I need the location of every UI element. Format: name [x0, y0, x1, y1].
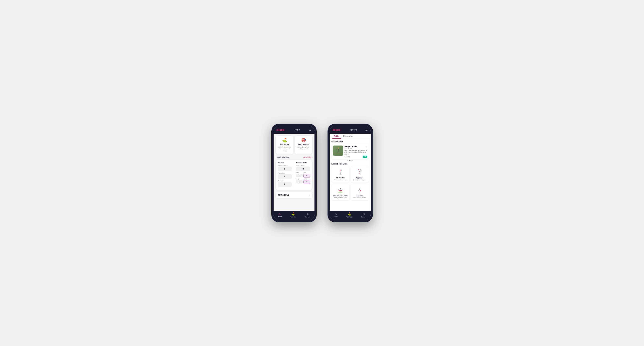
practice-tabs: Drills Favourites [330, 134, 370, 139]
wedge-ladder-card[interactable]: Wedge Ladder 50–100 yds ☆ Play 1 shot at… [332, 144, 369, 159]
approach-icon [356, 168, 364, 176]
skill-grid: Off The Tee Power and accuracy [332, 166, 369, 200]
home-nav-icon: ⌂ [279, 212, 281, 215]
home-nav: ⌂ Home ⛳ Activities ⊕ Capture [274, 211, 314, 220]
around-the-green-icon [336, 186, 344, 194]
svg-line-5 [336, 149, 337, 150]
nav-home[interactable]: ⌂ Home [275, 212, 285, 218]
home-nav-label: Home [278, 216, 282, 218]
add-practice-card[interactable]: 🎯 Add Practice Capture your practice off… [295, 136, 312, 154]
tournament-label: Tournament [278, 172, 292, 174]
nav-activities-p2[interactable]: ⛳ Activities [343, 212, 356, 218]
capture-nav-label-p2: Capture [361, 216, 366, 218]
drills-capture-value: 8 [296, 167, 310, 171]
ott-label: OTT [296, 172, 303, 173]
drill-yardage: 50–100 yds [344, 148, 357, 149]
nav-capture[interactable]: ⊕ Capture [302, 212, 313, 218]
svg-line-17 [359, 170, 360, 172]
drills-row-bottom: ARG 0 PUTT 4 [296, 178, 310, 184]
svg-point-38 [359, 188, 360, 188]
menu-icon-practice[interactable]: ☰ [365, 128, 368, 131]
nav-home-p2[interactable]: ⌂ Home [331, 212, 341, 218]
svg-point-37 [360, 190, 361, 191]
app-stat: APP 4 [304, 172, 310, 178]
putt-value: 4 [304, 180, 310, 184]
capture-nav-icon: ⊕ [306, 212, 309, 216]
off-the-tee-name: Off The Tee [336, 177, 345, 179]
phone-home: clippd Home ☰ ⛳ Add Round Record your sh… [272, 124, 317, 222]
practice-header: clippd Practice ☰ [330, 126, 370, 134]
svg-point-36 [358, 190, 359, 191]
svg-point-7 [338, 174, 342, 175]
svg-point-20 [358, 170, 359, 170]
skill-putting[interactable]: Putting Make and lag practice [351, 184, 369, 200]
quick-actions: ⛳ Add Round Record your shots in fast or… [276, 136, 312, 154]
practice-label: Practice [278, 180, 292, 182]
capture-nav-label: Capture [304, 216, 310, 218]
svg-point-27 [338, 189, 339, 190]
app-value: 4 [304, 174, 310, 178]
phone-practice: clippd Practice ☰ Drills Favourites Most… [328, 124, 373, 222]
skill-off-the-tee[interactable]: Off The Tee Power and accuracy [332, 166, 350, 182]
capture-nav-icon-p2: ⊕ [362, 212, 365, 216]
add-practice-desc: Capture your practice off-the-course [296, 146, 310, 150]
tab-favourites[interactable]: Favourites [341, 134, 356, 139]
drill-name: Wedge Ladder [344, 146, 357, 148]
golf-bag-row[interactable]: My Golf Bag › [276, 192, 312, 198]
svg-point-23 [338, 191, 342, 193]
activities-nav-label: Activities [290, 216, 296, 218]
drills-title: Practice Drills [296, 162, 310, 164]
activity-title: Last 3 Months [276, 156, 289, 158]
around-the-green-svg [337, 186, 344, 193]
drills-col: Practice Drills Drills Capture 8 OTT 0 A… [296, 162, 310, 188]
favourite-star-icon[interactable]: ☆ [365, 146, 367, 148]
most-popular-title: Most Popular [332, 141, 369, 143]
most-popular-section: Most Popular [332, 141, 369, 161]
arg-stat: ARG 0 [296, 178, 303, 184]
carousel-dots [332, 160, 369, 161]
rounds-title: Rounds [278, 162, 292, 164]
putting-svg [356, 186, 363, 193]
nav-activities[interactable]: ⛳ Activities [287, 212, 300, 218]
add-round-card[interactable]: ⛳ Add Round Record your shots in fast or… [276, 136, 293, 154]
svg-point-29 [342, 189, 343, 190]
svg-line-10 [340, 170, 340, 172]
home-nav-icon-p2: ⌂ [335, 212, 337, 215]
svg-point-9 [340, 172, 341, 173]
explore-title: Explore skill areas [332, 163, 369, 165]
svg-point-21 [360, 169, 361, 170]
view-activity-link[interactable]: View Activity [303, 156, 312, 158]
tab-drills[interactable]: Drills [332, 134, 341, 139]
logo-home: clippd [276, 128, 284, 131]
approach-svg [356, 169, 363, 176]
golf-bag-chevron: › [309, 194, 310, 196]
skill-around-the-green[interactable]: Around The Green Hone your short game [332, 184, 350, 200]
svg-line-6 [338, 149, 340, 150]
putt-label: PUTT [304, 178, 310, 180]
ott-value: 0 [296, 174, 303, 177]
svg-point-22 [362, 170, 362, 171]
nav-capture-p2[interactable]: ⊕ Capture [358, 212, 369, 218]
drill-info: Wedge Ladder 50–100 yds ☆ Play 1 shot at… [344, 146, 367, 158]
svg-point-13 [340, 170, 341, 171]
arg-value: 0 [296, 180, 303, 183]
practice-title: Practice [349, 129, 357, 131]
practice-value: 0 [278, 182, 292, 187]
putt-stat: PUTT 4 [304, 178, 310, 184]
rounds-capture-value: 0 [278, 167, 292, 171]
ott-stat: OTT 0 [296, 172, 303, 178]
home-nav-label-p2: Home [334, 216, 338, 218]
activities-nav-icon-p2: ⛳ [348, 212, 351, 216]
golfer-svg [334, 147, 342, 154]
menu-icon-home[interactable]: ☰ [309, 128, 312, 131]
svg-point-0 [338, 148, 339, 149]
practice-nav: ⌂ Home ⛳ Activities ⊕ Capture [330, 211, 370, 220]
dot-1 [347, 160, 348, 161]
drills-capture-label: Drills Capture [296, 165, 310, 166]
skill-approach[interactable]: Approach Dial-in to hit the green [351, 166, 369, 182]
stats-grid: Rounds Rounds Capture 0 Tournament 0 Pra… [278, 162, 310, 188]
around-the-green-name: Around The Green [333, 195, 348, 196]
svg-line-4 [338, 151, 339, 152]
svg-line-3 [338, 151, 338, 152]
drills-row-top: OTT 0 APP 4 [296, 172, 310, 178]
